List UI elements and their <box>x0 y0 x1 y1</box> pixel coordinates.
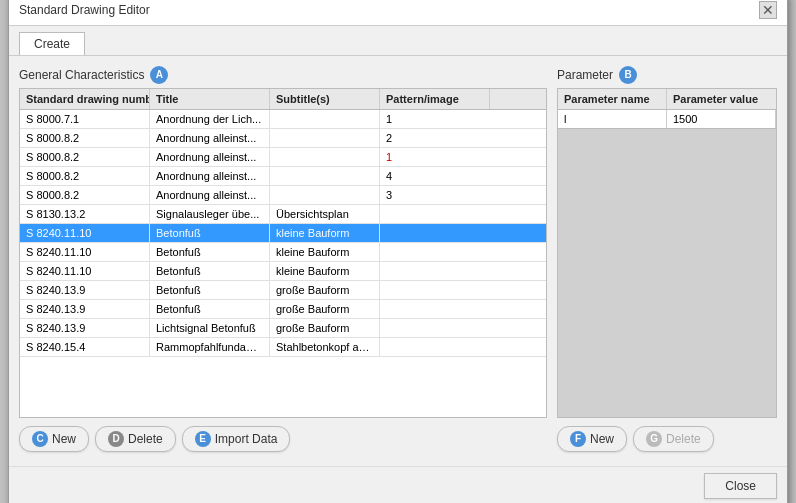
table-cell: Betonfuß <box>150 262 270 280</box>
table-cell: Rammopfahlfundam... <box>150 338 270 356</box>
table-row[interactable]: S 8000.8.2Anordnung alleinst...3 <box>20 186 546 205</box>
col-header-pattern: Pattern/image <box>380 89 490 109</box>
import-button-label: Import Data <box>215 432 278 446</box>
table-cell: 4 <box>380 167 490 185</box>
tab-bar: Create <box>9 26 787 56</box>
table-cell: Betonfuß <box>150 224 270 242</box>
tab-create[interactable]: Create <box>19 32 85 55</box>
table-cell <box>380 243 490 261</box>
table-cell: kleine Bauform <box>270 262 380 280</box>
right-table-header: Parameter name Parameter value <box>558 89 776 110</box>
table-cell: S 8240.13.9 <box>20 319 150 337</box>
table-cell: 3 <box>380 186 490 204</box>
col-header-number: Standard drawing number <box>20 89 150 109</box>
table-cell <box>380 205 490 223</box>
table-cell: Lichtsignal Betonfuß <box>150 319 270 337</box>
table-cell: S 8240.11.10 <box>20 262 150 280</box>
window-close-button[interactable]: ✕ <box>759 1 777 19</box>
right-table: Parameter name Parameter value l1500 <box>557 88 777 418</box>
table-cell <box>380 262 490 280</box>
table-cell: Anordnung alleinst... <box>150 129 270 147</box>
table-row[interactable]: S 8240.13.9Lichtsignal Betonfußgroße Bau… <box>20 319 546 338</box>
right-section-badge: B <box>619 66 637 84</box>
table-cell <box>380 319 490 337</box>
table-row[interactable]: S 8000.7.1Anordnung der Lich...1 <box>20 110 546 129</box>
table-cell <box>270 186 380 204</box>
table-row[interactable]: S 8000.8.2Anordnung alleinst...2 <box>20 129 546 148</box>
table-cell: 1 <box>380 148 490 166</box>
delete-button[interactable]: D Delete <box>95 426 176 452</box>
table-cell: Anordnung alleinst... <box>150 167 270 185</box>
left-table: Standard drawing number Title Subtitle(s… <box>19 88 547 418</box>
table-cell: S 8000.8.2 <box>20 186 150 204</box>
table-row[interactable]: S 8240.11.10Betonfußkleine Bauform <box>20 243 546 262</box>
table-cell: S 8000.8.2 <box>20 129 150 147</box>
bottom-row: Close <box>9 466 787 504</box>
table-cell: S 8240.15.4 <box>20 338 150 356</box>
table-row[interactable]: S 8240.13.9Betonfußgroße Bauform <box>20 281 546 300</box>
main-content: General Characteristics A Standard drawi… <box>9 56 787 466</box>
right-section-title: Parameter <box>557 68 613 82</box>
table-cell <box>380 300 490 318</box>
table-cell: Übersichtsplan <box>270 205 380 223</box>
left-section-title: General Characteristics <box>19 68 144 82</box>
table-cell: S 8130.13.2 <box>20 205 150 223</box>
title-bar: Standard Drawing Editor ✕ <box>9 0 787 26</box>
table-cell: S 8240.11.10 <box>20 243 150 261</box>
table-row[interactable]: S 8240.11.10Betonfußkleine Bauform <box>20 262 546 281</box>
table-cell: Anordnung der Lich... <box>150 110 270 128</box>
param-table-row[interactable]: l1500 <box>558 110 776 129</box>
param-col-value: Parameter value <box>667 89 776 109</box>
table-cell: kleine Bauform <box>270 224 380 242</box>
window-title: Standard Drawing Editor <box>19 3 150 17</box>
table-row[interactable]: S 8240.15.4Rammopfahlfundam...Stahlbeton… <box>20 338 546 357</box>
left-table-body[interactable]: S 8000.7.1Anordnung der Lich...1S 8000.8… <box>20 110 546 417</box>
right-buttons-row: F New G Delete <box>557 418 777 456</box>
param-new-label: New <box>590 432 614 446</box>
table-cell <box>270 167 380 185</box>
table-cell: Stahlbetonkopf auf... <box>270 338 380 356</box>
table-cell: Betonfuß <box>150 300 270 318</box>
table-cell: Betonfuß <box>150 243 270 261</box>
table-cell <box>380 224 490 242</box>
table-row[interactable]: S 8000.8.2Anordnung alleinst...4 <box>20 167 546 186</box>
main-window: Standard Drawing Editor ✕ Create General… <box>8 0 788 503</box>
table-cell: S 8000.7.1 <box>20 110 150 128</box>
table-cell: S 8000.8.2 <box>20 167 150 185</box>
table-cell: große Bauform <box>270 281 380 299</box>
table-cell: 1 <box>380 110 490 128</box>
table-row[interactable]: S 8130.13.2Signalausleger übe...Übersich… <box>20 205 546 224</box>
param-delete-button[interactable]: G Delete <box>633 426 714 452</box>
table-row[interactable]: S 8240.11.10Betonfußkleine Bauform <box>20 224 546 243</box>
table-cell: Anordnung alleinst... <box>150 186 270 204</box>
table-cell: S 8000.8.2 <box>20 148 150 166</box>
param-value-cell: 1500 <box>667 110 776 128</box>
table-cell: Signalausleger übe... <box>150 205 270 223</box>
right-section-header: Parameter B <box>557 66 777 84</box>
close-button[interactable]: Close <box>704 473 777 499</box>
right-table-body: l1500 <box>558 110 776 417</box>
table-row[interactable]: S 8000.8.2Anordnung alleinst...1 <box>20 148 546 167</box>
right-panel: Parameter B Parameter name Parameter val… <box>557 66 777 456</box>
import-button[interactable]: E Import Data <box>182 426 291 452</box>
left-table-header: Standard drawing number Title Subtitle(s… <box>20 89 546 110</box>
table-cell: große Bauform <box>270 300 380 318</box>
new-button[interactable]: C New <box>19 426 89 452</box>
param-col-name: Parameter name <box>558 89 667 109</box>
delete-button-badge: D <box>108 431 124 447</box>
param-new-button[interactable]: F New <box>557 426 627 452</box>
table-cell <box>270 110 380 128</box>
delete-button-label: Delete <box>128 432 163 446</box>
table-cell: große Bauform <box>270 319 380 337</box>
table-cell <box>380 281 490 299</box>
table-cell <box>270 129 380 147</box>
table-cell: S 8240.11.10 <box>20 224 150 242</box>
table-row[interactable]: S 8240.13.9Betonfußgroße Bauform <box>20 300 546 319</box>
left-panel: General Characteristics A Standard drawi… <box>19 66 547 456</box>
col-header-subtitle: Subtitle(s) <box>270 89 380 109</box>
left-section-badge: A <box>150 66 168 84</box>
table-cell <box>270 148 380 166</box>
table-cell: 2 <box>380 129 490 147</box>
table-cell: kleine Bauform <box>270 243 380 261</box>
table-cell: S 8240.13.9 <box>20 281 150 299</box>
